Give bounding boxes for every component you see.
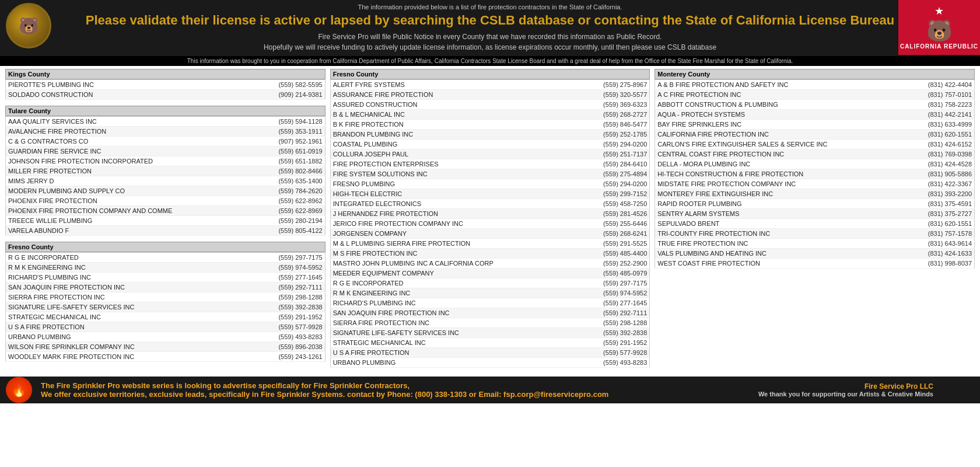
contractor-phone: (831) 393-2200 [905,189,975,199]
table-row: DELLA - MORA PLUMBING INC(831) 424-4528 [655,159,975,169]
table-row: RAPID ROOTER PLUMBING(831) 375-4591 [655,199,975,209]
table-row: VARELA ABUNDIO F(559) 805-4122 [6,226,326,236]
header-main-title: Please validate their license is active … [6,13,974,28]
contractor-name: CARLON'S FIRE EXTINGUISHER SALES & SERVI… [655,140,905,149]
main-content: Kings CountyPIEROTTE'S PLUMBING INC(559)… [0,66,980,377]
thanks-text: We thank you for supporting our Artists … [758,391,933,398]
contractor-phone: (831) 633-4999 [905,120,975,130]
contractor-name: FIRE PROTECTION ENTERPRISES [330,159,577,169]
contractor-phone: (559) 268-2727 [577,110,650,120]
county-header: Monterey County [654,69,975,79]
contractor-name: AAA QUALITY SERVICES INC [6,117,254,127]
footer-line1: The Fire Sprinkler Pro website series is… [41,381,758,390]
contractor-phone: (831) 620-1551 [905,219,975,229]
contractor-phone: (559) 297-7175 [239,253,326,263]
contractor-name: R M K ENGINEERING INC [6,263,239,273]
table-row: FIRE PROTECTION ENTERPRISES(559) 284-641… [330,159,650,169]
table-row: JORGENSEN COMPANY(559) 268-6241 [330,229,650,239]
contractor-phone: (559) 577-9928 [577,348,650,358]
table-row: B & L MECHANICAL INC(559) 268-2727 [330,110,650,120]
contractor-phone: (559) 392-2838 [239,302,326,312]
contractor-name: SIGNATURE LIFE-SAFETY SERVICES INC [330,328,577,338]
contractor-name: URBANO PLUMBING [330,358,577,368]
contractor-name: R M K ENGINEERING INC [330,288,577,298]
table-row: SEPULVADO BRENT(831) 620-1551 [655,219,975,229]
table-row: MONTEREY FIRE EXTINGUISHER INC(831) 393-… [655,189,975,199]
county-table: A & B FIRE PROTECTION AND SAFETY INC(831… [654,79,975,269]
ca-bear-icon: 🐻 [926,19,953,43]
contractor-phone: (831) 643-9614 [905,239,975,249]
contractor-name: BAY FIRE SPRINKLERS INC [655,120,905,130]
contractor-phone: (559) 277-1645 [239,273,326,283]
contractor-name: M & L PLUMBING SIERRA FIRE PROTECTION [330,239,577,249]
table-row: MODERN PLUMBING AND SUPPLY CO(559) 784-2… [6,186,326,196]
table-row: R G E INCORPORATED(559) 297-7175 [330,278,650,288]
footer: 🔥 The Fire Sprinkler Pro website series … [0,377,980,403]
contractor-name: JORGENSEN COMPANY [330,229,577,239]
contractor-name: A C FIRE PROTECTION INC [655,90,905,100]
table-row: A & B FIRE PROTECTION AND SAFETY INC(831… [655,80,975,90]
table-row: R M K ENGINEERING INC(559) 974-5952 [330,288,650,298]
table-row: SAN JOAQUIN FIRE PROTECTION INC(559) 292… [330,308,650,318]
contractor-name: ASSURED CONSTRUCTION [330,100,577,110]
table-row: INTEGRATED ELECTRONICS(559) 458-7250 [330,199,650,209]
contractor-phone: (559) 805-4122 [253,226,325,236]
table-row: WOODLEY MARK FIRE PROTECTION INC(559) 24… [6,352,326,362]
table-row: B K FIRE PROTECTION(559) 846-5477 [330,120,650,130]
contractor-phone: (559) 243-1261 [239,352,326,362]
table-row: URBANO PLUMBING(559) 493-8283 [330,358,650,368]
contractor-phone: (559) 292-7111 [239,283,326,292]
contractor-name: M S FIRE PROTECTION INC [330,249,577,259]
contractor-name: ALERT FYRE SYSTEMS [330,80,577,90]
table-row: URBANO PLUMBING(559) 493-8283 [6,332,326,342]
contractor-phone: (559) 651-1882 [253,156,325,166]
contractor-name: SAN JOAQUIN FIRE PROTECTION INC [6,283,239,292]
contractor-phone: (831) 757-1578 [905,229,975,239]
table-row: WEST COAST FIRE PROTECTION(831) 998-8037 [655,259,975,269]
table-row: ALERT FYRE SYSTEMS(559) 275-8967 [330,80,650,90]
county-column-2: Monterey CountyA & B FIRE PROTECTION AND… [652,69,977,374]
footer-line2: We offer exclusive territories, exclusiv… [41,390,758,399]
table-row: FIRE SYSTEM SOLUTIONS INC(559) 275-4894 [330,169,650,179]
county-table: R G E INCORPORATED(559) 297-7175R M K EN… [5,252,326,362]
table-row: ASSURANCE FIRE PROTECTION(559) 320-5577 [330,90,650,100]
contractor-name: VALS PLUMBING AND HEATING INC [655,249,905,259]
contractor-phone: (831) 422-3367 [905,179,975,189]
contractor-name: STRATEGIC MECHANICAL INC [330,338,577,348]
table-row: M S FIRE PROTECTION INC(559) 485-4400 [330,249,650,259]
contractor-name: WOODLEY MARK FIRE PROTECTION INC [6,352,239,362]
table-row: RICHARD'S PLUMBING INC(559) 277-1645 [330,298,650,308]
county-section-0-0: Kings CountyPIEROTTE'S PLUMBING INC(559)… [5,69,326,100]
contractor-name: SAN JOAQUIN FIRE PROTECTION INC [330,308,577,318]
table-row: CALIFORNIA FIRE PROTECTION INC(831) 620-… [655,130,975,140]
contractor-phone: (831) 424-6152 [905,140,975,149]
contractor-name: DELLA - MORA PLUMBING INC [655,159,905,169]
california-seal: 🐻 [6,3,52,50]
seal-circle: 🐻 [6,3,51,48]
county-column-0: Kings CountyPIEROTTE'S PLUMBING INC(559)… [3,69,328,374]
contractor-name: TREECE WILLIE PLUMBING [6,216,254,226]
table-row: GUARDIAN FIRE SERVICE INC(559) 651-0919 [6,147,326,156]
contractor-phone: (559) 280-2194 [253,216,325,226]
contractor-phone: (831) 757-0101 [905,90,975,100]
contractor-name: C & G CONTRACTORS CO [6,137,254,147]
contractor-phone: (559) 297-7175 [577,278,650,288]
table-row: PHOENIX FIRE PROTECTION COMPANY AND COMM… [6,206,326,216]
contractor-name: JERICO FIRE PROTECTION COMPANY INC [330,219,577,229]
contractor-phone: (559) 485-4400 [577,249,650,259]
contractor-name: U S A FIRE PROTECTION [6,322,239,332]
table-row: MIDSTATE FIRE PROTECTION COMPANY INC(831… [655,179,975,189]
county-header: Fresno County [330,69,650,79]
contractor-name: FRESNO PLUMBING [330,179,577,189]
table-row: MIMS JERRY D(559) 635-1400 [6,176,326,186]
table-row: A C FIRE PROTECTION INC(831) 757-0101 [655,90,975,100]
contractor-phone: (831) 422-4404 [905,80,975,90]
contractor-name: MIDSTATE FIRE PROTECTION COMPANY INC [655,179,905,189]
contractor-name: B & L MECHANICAL INC [330,110,577,120]
contractor-name: A & B FIRE PROTECTION AND SAFETY INC [655,80,905,90]
contractor-name: VARELA ABUNDIO F [6,226,254,236]
contractor-name: ASSURANCE FIRE PROTECTION [330,90,577,100]
table-row: SIGNATURE LIFE-SAFETY SERVICES INC(559) … [330,328,650,338]
contractor-name: AVALANCHE FIRE PROTECTION [6,127,254,137]
table-row: R M K ENGINEERING INC(559) 974-5952 [6,263,326,273]
